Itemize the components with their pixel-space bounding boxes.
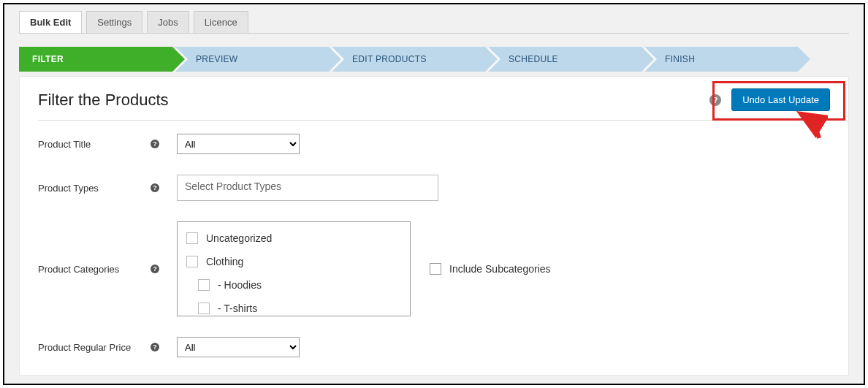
- step-edit-products[interactable]: EDIT PRODUCTS: [332, 47, 485, 72]
- help-icon[interactable]: ?: [151, 343, 159, 351]
- include-subcategories-checkbox[interactable]: [430, 263, 441, 275]
- include-subcategories-option[interactable]: Include Subcategories: [427, 261, 551, 277]
- category-checkbox[interactable]: [198, 303, 210, 314]
- step-preview[interactable]: PREVIEW: [175, 47, 329, 72]
- category-label: Uncategorized: [206, 232, 272, 244]
- card-header: Filter the Products ? Undo Last Update: [38, 88, 830, 121]
- category-checkbox[interactable]: [186, 232, 198, 244]
- category-checkbox[interactable]: [186, 256, 198, 267]
- product-regular-price-label: Product Regular Price: [38, 342, 131, 353]
- category-label: - Hoodies: [218, 279, 262, 291]
- tab-licence[interactable]: Licence: [194, 11, 248, 33]
- row-product-regular-price: Product Regular Price ? All: [38, 337, 830, 357]
- help-icon[interactable]: ?: [151, 183, 159, 192]
- category-option[interactable]: - T-shirts: [180, 297, 407, 316]
- category-option[interactable]: Clothing: [180, 250, 407, 273]
- product-types-input[interactable]: Select Product Types: [177, 175, 438, 201]
- row-product-categories: Product Categories ? Uncategorized Cloth…: [38, 221, 830, 316]
- product-categories-listbox[interactable]: Uncategorized Clothing - Hoodies - T-shi…: [177, 221, 411, 316]
- page-title: Filter the Products: [38, 91, 169, 110]
- product-types-label: Product Types: [38, 183, 99, 194]
- help-icon[interactable]: ?: [151, 140, 159, 148]
- tab-settings[interactable]: Settings: [86, 11, 142, 33]
- category-option[interactable]: Uncategorized: [180, 227, 407, 250]
- product-categories-label: Product Categories: [38, 264, 119, 275]
- tab-jobs[interactable]: Jobs: [147, 11, 189, 33]
- product-title-label: Product Title: [38, 139, 91, 150]
- help-icon[interactable]: ?: [709, 94, 721, 106]
- filter-card: Filter the Products ? Undo Last Update P…: [19, 76, 849, 376]
- tab-bar: Bulk Edit Settings Jobs Licence: [4, 4, 864, 33]
- include-subcategories-label: Include Subcategories: [449, 263, 551, 275]
- undo-last-update-button[interactable]: Undo Last Update: [731, 88, 830, 111]
- row-product-title: Product Title ? All: [38, 134, 830, 154]
- category-option[interactable]: - Hoodies: [180, 273, 407, 297]
- product-regular-price-select[interactable]: All: [177, 337, 300, 357]
- step-schedule[interactable]: SCHEDULE: [488, 47, 642, 72]
- help-icon[interactable]: ?: [151, 265, 159, 273]
- category-label: - T-shirts: [218, 303, 257, 314]
- category-label: Clothing: [206, 256, 243, 267]
- tab-divider: [19, 33, 849, 34]
- wizard-steps: FILTER PREVIEW EDIT PRODUCTS SCHEDULE FI…: [19, 47, 849, 72]
- tab-bulk-edit[interactable]: Bulk Edit: [19, 11, 82, 33]
- category-checkbox[interactable]: [198, 279, 210, 291]
- step-finish[interactable]: FINISH: [644, 47, 798, 72]
- step-filter[interactable]: FILTER: [19, 47, 172, 72]
- app-frame: Bulk Edit Settings Jobs Licence FILTER P…: [3, 3, 865, 385]
- product-title-select[interactable]: All: [177, 134, 300, 154]
- row-product-types: Product Types ? Select Product Types: [38, 175, 830, 201]
